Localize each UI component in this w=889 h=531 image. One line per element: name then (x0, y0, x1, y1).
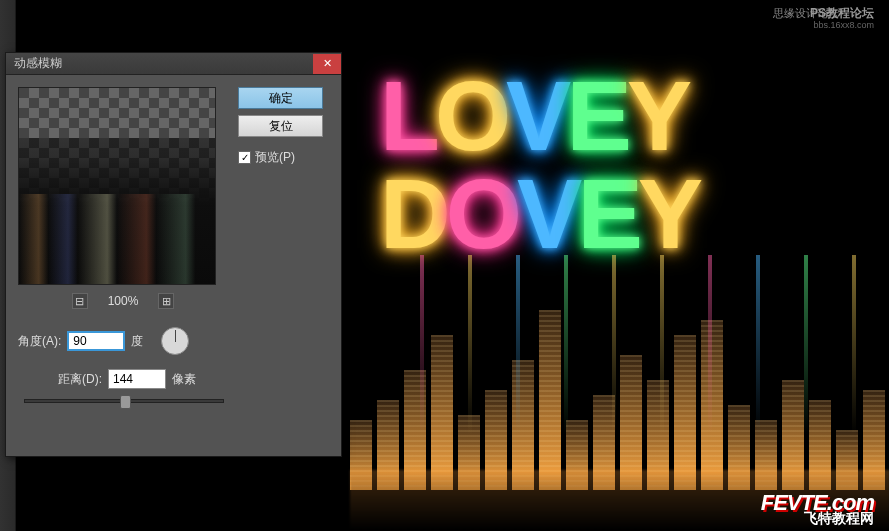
preview-checkbox-row[interactable]: ✓ 预览(P) (238, 149, 323, 166)
city-skyline (350, 290, 889, 490)
light-streak (852, 255, 856, 435)
building (701, 320, 723, 490)
building (539, 310, 561, 490)
zoom-controls: ⊟ 100% ⊞ (18, 293, 228, 309)
preview-label: 预览(P) (255, 149, 295, 166)
light-streak (420, 255, 424, 435)
neon-char: Y (627, 60, 687, 173)
angle-row: 角度(A): 度 (18, 327, 228, 355)
neon-char: E (577, 158, 637, 271)
dialog-titlebar[interactable]: 动感模糊 ✕ (6, 53, 341, 75)
angle-label: 角度(A): (18, 333, 61, 350)
building (674, 335, 696, 490)
neon-char: V (517, 158, 577, 271)
neon-text: LOVEY DOVEY (380, 60, 880, 271)
distance-row: 距离(D): 像素 (18, 369, 228, 389)
light-streak (660, 255, 664, 435)
light-streak (516, 255, 520, 435)
close-icon: ✕ (323, 57, 332, 70)
neon-char: E (566, 60, 626, 173)
light-streak (468, 255, 472, 435)
watermark-feite: 飞特教程网 (804, 510, 874, 528)
neon-char: L (380, 60, 435, 173)
left-column: ⊟ 100% ⊞ 角度(A): 度 距离(D): 像素 (18, 87, 228, 403)
dialog-title: 动感模糊 (14, 55, 62, 72)
right-column: 确定 复位 ✓ 预览(P) (238, 87, 323, 403)
neon-line-1: LOVEY (380, 60, 880, 173)
motion-blur-dialog: 动感模糊 ✕ ⊟ 100% ⊞ 角度(A): 度 距离(D): (5, 52, 342, 457)
light-streak (804, 255, 808, 435)
building (431, 335, 453, 490)
zoom-in-button[interactable]: ⊞ (158, 293, 174, 309)
watermark-url: bbs.16xx8.com (813, 20, 874, 30)
angle-unit: 度 (131, 333, 143, 350)
preview-streaks (19, 194, 215, 284)
zoom-value: 100% (108, 294, 139, 308)
ok-button[interactable]: 确定 (238, 87, 323, 109)
slider-thumb[interactable] (120, 395, 131, 409)
zoom-out-button[interactable]: ⊟ (72, 293, 88, 309)
light-streak (756, 255, 760, 435)
light-streak (564, 255, 568, 435)
neon-char: O (435, 60, 506, 173)
angle-input[interactable] (67, 331, 125, 351)
distance-unit: 像素 (172, 371, 196, 388)
preview-checkbox[interactable]: ✓ (238, 151, 251, 164)
angle-wheel[interactable] (161, 327, 189, 355)
distance-label: 距离(D): (58, 371, 102, 388)
neon-char: Y (638, 158, 698, 271)
close-button[interactable]: ✕ (313, 54, 341, 74)
distance-input[interactable] (108, 369, 166, 389)
light-streak (708, 255, 712, 435)
neon-char: D (380, 158, 446, 271)
light-streak (612, 255, 616, 435)
neon-char: O (446, 158, 517, 271)
neon-char: V (506, 60, 566, 173)
distance-slider[interactable] (24, 399, 224, 403)
preview-thumbnail[interactable] (18, 87, 216, 285)
reset-button[interactable]: 复位 (238, 115, 323, 137)
dialog-body: ⊟ 100% ⊞ 角度(A): 度 距离(D): 像素 确定 复位 (6, 75, 341, 415)
